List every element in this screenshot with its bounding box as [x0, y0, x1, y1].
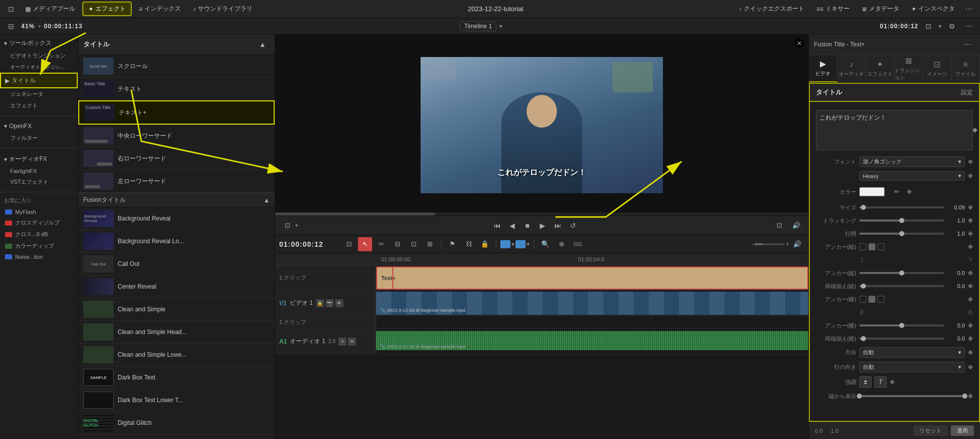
vanchor-bot[interactable] — [878, 243, 885, 250]
more-timeline-icon[interactable]: ⋯ — [962, 19, 976, 33]
insert-btn[interactable]: ⊡ — [406, 237, 421, 251]
quick-export-btn[interactable]: ↑ クイックエクスポート — [734, 3, 809, 15]
zoom-in-btn[interactable]: 🔍 — [538, 237, 552, 251]
toolbox-header[interactable]: ▾ ツールボックス — [0, 36, 78, 50]
font-weight-select[interactable]: Heavy ▾ — [859, 171, 965, 181]
range-keyframe[interactable] — [968, 394, 973, 399]
track-color2-chevron[interactable]: ▾ — [527, 241, 530, 248]
fit-btn[interactable]: ⊡⊡ — [571, 237, 585, 251]
font-weight-keyframe[interactable] — [968, 174, 973, 179]
center-lower-item[interactable]: 中央ローワーサード — [78, 125, 275, 147]
textplus-effect-item[interactable]: Custom Title テキスト+ — [78, 100, 275, 125]
zoom-chevron[interactable]: ▾ — [38, 23, 41, 30]
dark-box-item[interactable]: SAMPLE Dark Box Text — [78, 366, 275, 389]
track-color2-btn[interactable] — [515, 240, 526, 248]
clean-simple-head-item[interactable]: Clean and Simple Head... — [78, 321, 275, 344]
hanchor-slider-keyframe[interactable] — [968, 323, 973, 328]
clip-track2-content[interactable] — [376, 316, 808, 328]
view-chevron[interactable]: ▾ — [295, 223, 298, 228]
hjustify-slider-thumb[interactable] — [861, 336, 866, 341]
v1-eye-icon[interactable]: 👁 — [335, 299, 343, 307]
size-value[interactable]: 0.09 — [947, 204, 965, 210]
size-slider-thumb[interactable] — [861, 205, 866, 210]
vanchor-mid[interactable] — [868, 243, 875, 250]
zoom-level[interactable]: 41% — [21, 23, 35, 30]
effects-btn[interactable]: ✦ エフェクト — [82, 2, 132, 16]
text-keyframe-diamond[interactable] — [972, 128, 977, 133]
tab-video[interactable]: ▶ ビデオ — [809, 55, 838, 82]
vanchor-slider-thumb[interactable] — [899, 270, 904, 276]
size-keyframe[interactable] — [968, 205, 973, 210]
zoom-out-btn[interactable]: ⊕ — [554, 237, 569, 251]
tracking-slider-thumb[interactable] — [899, 218, 904, 223]
zoom-slider[interactable] — [754, 243, 785, 245]
inspector-btn[interactable]: ✦ インスペクタ — [906, 3, 960, 15]
index-btn[interactable]: ≡ インデックス — [134, 3, 186, 15]
linespace-value[interactable]: 1.0 — [947, 231, 965, 237]
loop-btn[interactable]: ↺ — [567, 220, 579, 232]
linespace-slider-thumb[interactable] — [899, 231, 904, 236]
left-lower-item[interactable]: 左ローワーサード — [78, 170, 275, 193]
vjustify-keyframe[interactable] — [968, 284, 973, 289]
generator-item[interactable]: ジェネレータ — [0, 88, 78, 100]
fairlightfx-item[interactable]: FairlightFX — [0, 166, 78, 176]
sound-library-btn[interactable]: ♪ サウンドライブラリ — [188, 3, 257, 15]
title-nav-item[interactable]: ▶ タイトル — [0, 73, 78, 88]
fullscreen-btn[interactable]: ⊡ — [772, 218, 786, 233]
linedir-keyframe[interactable] — [968, 365, 973, 370]
dynamic-trim-btn[interactable]: ⊟ — [390, 237, 404, 251]
video-transition-item[interactable]: ビデオトランジション — [0, 50, 78, 62]
tab-audio[interactable]: ♪ オーディオ — [838, 55, 866, 82]
hanchor-right[interactable] — [878, 296, 885, 303]
fav-colordip[interactable]: カラーディップ — [0, 240, 78, 252]
timecode-settings-icon[interactable]: ⊡ — [921, 19, 936, 33]
vanchor-keyframe[interactable] — [968, 244, 973, 249]
track-color-chevron[interactable]: ▾ — [511, 241, 514, 248]
vjustify-value[interactable]: 0.0 — [947, 283, 965, 289]
stop-btn[interactable]: ■ — [522, 220, 534, 232]
color-keyframe[interactable] — [907, 189, 912, 194]
hanchor-slider[interactable] — [859, 324, 944, 326]
range-slider[interactable] — [859, 395, 965, 397]
bg-reveal-lo-item[interactable]: Background Reveal Lo... — [78, 230, 275, 253]
speaker-btn[interactable]: 🔊 — [789, 218, 803, 233]
vanchor-top[interactable] — [859, 243, 866, 250]
direction-keyframe[interactable] — [968, 350, 973, 355]
a1-track-content[interactable]: 📎 2023-3-12-18-dr-beginner-sample.mp4 — [376, 329, 808, 354]
a1-solo-icon[interactable]: M — [348, 338, 356, 346]
text-input-area[interactable]: これがテロップだドン！ — [816, 110, 973, 150]
fusion-title-header[interactable]: Fusionタイトル ▲ — [78, 193, 275, 207]
preview-close-btn[interactable]: ✕ — [794, 38, 804, 48]
effects-item[interactable]: エフェクト — [0, 100, 78, 112]
size-slider[interactable] — [859, 206, 944, 208]
color-swatch[interactable] — [859, 187, 885, 196]
v1-camera-icon[interactable]: 📷 — [326, 299, 334, 307]
play-btn[interactable]: ▶ — [537, 220, 549, 232]
audio-toggle-btn[interactable]: 🔊 — [790, 237, 804, 251]
tab-transition[interactable]: ⊠ トランジション — [895, 55, 923, 82]
left-timecode[interactable]: 00:00:11:13 — [44, 23, 82, 30]
italic-btn[interactable]: T — [874, 376, 887, 388]
digital-glitch-item[interactable]: DIGITAL GLITCH Digital Glitch — [78, 412, 275, 434]
tab-image[interactable]: ⊡ イメージ — [923, 55, 952, 82]
zoom-minus[interactable]: - — [751, 241, 753, 248]
lock-btn[interactable]: 🔒 — [478, 237, 492, 251]
direction-select[interactable]: 自動 ▾ — [859, 347, 965, 358]
timeline-timecode[interactable]: 01:00:00:12 — [279, 240, 335, 248]
text-effect-item[interactable]: Basic Title テキスト — [78, 78, 275, 100]
filter-item[interactable]: フィルター — [0, 132, 78, 144]
range-end-thumb[interactable] — [962, 394, 967, 399]
dark-box-lower-item[interactable]: Dark Box Text Lower T... — [78, 389, 275, 412]
linedir-select[interactable]: 自動 ▾ — [859, 362, 965, 372]
settings-icon[interactable]: ⚙ — [945, 19, 959, 33]
vanchor-slider[interactable] — [859, 272, 944, 274]
callout-item[interactable]: Call Out Call Out — [78, 253, 275, 276]
hanchor-value[interactable]: 0.0 — [947, 322, 965, 328]
hjustify-value[interactable]: 0.0 — [947, 336, 965, 342]
font-keyframe[interactable] — [968, 159, 973, 164]
clean-simple-item[interactable]: Clean and Simple — [78, 298, 275, 321]
linespace-slider[interactable] — [859, 233, 944, 235]
flag-btn[interactable]: ⚑ — [445, 237, 459, 251]
vanchor-slider-keyframe[interactable] — [968, 270, 973, 276]
vjustify-slider-thumb[interactable] — [861, 284, 866, 289]
